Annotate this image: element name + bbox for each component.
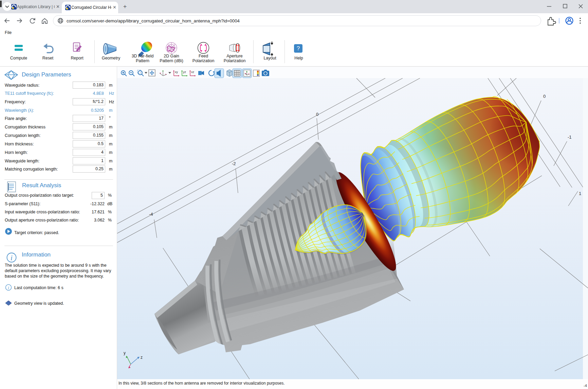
svg-text:-1: -1 <box>568 135 572 140</box>
svg-text:i: i <box>11 254 13 262</box>
svg-text:0: 0 <box>316 112 318 117</box>
svg-text:xz: xz <box>191 70 195 74</box>
svg-text:yz: yz <box>183 70 186 74</box>
svg-text:?: ? <box>297 45 300 52</box>
svg-text:0: 0 <box>543 94 546 99</box>
svg-text:i: i <box>8 285 9 290</box>
svg-text:1: 1 <box>579 191 581 196</box>
svg-text:y: y <box>124 351 126 355</box>
svg-text:-4: -4 <box>149 212 153 217</box>
svg-text:xy: xy <box>175 70 178 74</box>
svg-text:-2: -2 <box>232 161 236 166</box>
svg-text:z: z <box>141 355 143 360</box>
